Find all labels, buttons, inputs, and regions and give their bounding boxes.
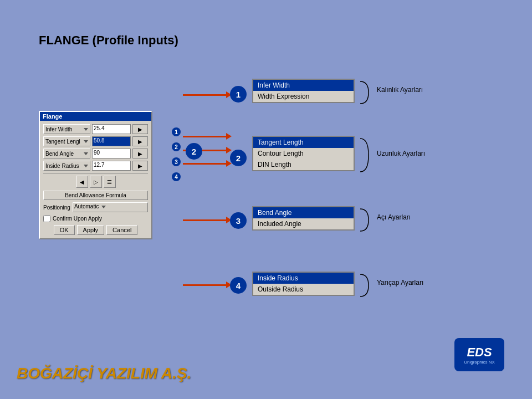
dialog-row-3: Bend Angle 90 ▶	[43, 149, 148, 158]
option-panel-4: Inside Radius Outside Radius	[252, 272, 355, 296]
dropdown-arrow-1	[84, 128, 88, 131]
page-title: FLANGE (Profile Inputs)	[39, 33, 178, 48]
circle-2: 2	[230, 150, 247, 166]
label-bend-angle[interactable]: Bend Angle	[43, 149, 90, 158]
input-bend-angle[interactable]: 90	[92, 149, 131, 158]
small-num-4: 4	[172, 172, 181, 181]
option-panel-2: Tangent Length Contour Length DIN Length	[252, 136, 355, 171]
confirm-row: Confirm Upon Apply	[43, 215, 148, 222]
yaricap-label: Yarıçap Ayarları	[377, 279, 423, 287]
bottom-text: BOĞAZİÇİ YAZILIM A.Ş.	[17, 365, 191, 382]
brace-1	[357, 79, 374, 106]
option-tangent[interactable]: Tangent Length	[253, 137, 354, 148]
arrow-3	[183, 219, 227, 221]
input-infer-width[interactable]: 25.4	[92, 124, 131, 134]
cancel-button[interactable]: Cancel	[106, 225, 137, 235]
dialog-titlebar: Flange	[40, 112, 151, 121]
flange-dialog: Flange Infer Width 25.4 ▶ Tangent Lengl …	[39, 111, 152, 239]
arrow-2-1	[183, 136, 227, 137]
kalınlık-label: Kalınlık Ayarları	[377, 86, 423, 94]
circle-1: 1	[230, 86, 247, 103]
dialog-row-2: Tangent Lengl 50.8 ▶	[43, 136, 148, 146]
option-contour[interactable]: Contour Length	[253, 148, 354, 159]
positioning-row: Positioning Automatic	[43, 202, 148, 212]
icon-btn-1[interactable]: ◀	[76, 176, 88, 188]
input-small-1: ▶	[132, 124, 148, 134]
input-small-3: ▶	[132, 149, 148, 158]
input-inside-radius[interactable]: 12.7	[92, 161, 131, 171]
option-panel-3: Bend Angle Included Angle	[252, 206, 355, 231]
option-width-expression[interactable]: Width Expression	[253, 91, 354, 102]
input-tangent[interactable]: 50.8	[92, 136, 131, 146]
dialog-row-4: Inside Radius 12.7 ▶	[43, 161, 148, 171]
option-outside-radius[interactable]: Outside Radius	[253, 284, 354, 295]
eds-logo-sub: Unigraphics NX	[464, 360, 495, 365]
brace-4	[357, 272, 374, 299]
icon-row: ◀ ▷ ☰	[43, 176, 148, 188]
apply-button[interactable]: Apply	[77, 225, 105, 235]
aci-label: Açı Ayarları	[377, 213, 411, 221]
positioning-select[interactable]: Automatic	[73, 202, 148, 212]
label-infer-width[interactable]: Infer Width	[43, 124, 90, 134]
dialog-buttons: OK Apply Cancel	[43, 225, 148, 235]
confirm-checkbox[interactable]	[43, 215, 50, 222]
option-bend-angle[interactable]: Bend Angle	[253, 207, 354, 218]
circle-3: 3	[230, 212, 247, 229]
option-panel-1: Infer Width Width Expression	[252, 79, 355, 103]
ok-button[interactable]: OK	[54, 225, 75, 235]
uzunluk-label: Uzunluk Ayarları	[377, 150, 425, 157]
icon-btn-2[interactable]: ▷	[90, 176, 102, 188]
dropdown-arrow-4	[84, 165, 88, 167]
positioning-arrow	[101, 206, 106, 208]
option-included-angle[interactable]: Included Angle	[253, 218, 354, 229]
input-small-4: ▶	[132, 161, 148, 171]
small-num-3: 3	[172, 157, 181, 166]
label-tangent[interactable]: Tangent Lengl	[43, 136, 90, 146]
dropdown-arrow-3	[84, 152, 88, 155]
label-inside-radius[interactable]: Inside Radius	[43, 161, 90, 171]
small-num-2: 2	[172, 142, 181, 151]
eds-logo: EDS Unigraphics NX	[454, 338, 504, 371]
option-din[interactable]: DIN Length	[253, 159, 354, 170]
brace-3	[357, 206, 374, 234]
dropdown-arrow-2	[84, 140, 88, 143]
formula-button[interactable]: Bend Allowance Formula	[43, 191, 148, 200]
icon-btn-3[interactable]: ☰	[104, 176, 116, 188]
arrow-2-3	[183, 163, 227, 165]
arrow-1	[183, 94, 227, 96]
option-inside-radius[interactable]: Inside Radius	[253, 273, 354, 284]
circle-2-outer: 2	[186, 143, 202, 160]
confirm-label: Confirm Upon Apply	[53, 216, 102, 222]
option-infer-width[interactable]: Infer Width	[253, 80, 354, 91]
eds-logo-text: EDS	[467, 345, 492, 360]
circle-4: 4	[230, 277, 247, 294]
small-num-1: 1	[172, 127, 181, 136]
positioning-label: Positioning	[43, 204, 70, 211]
small-numbers: 1 2 3 4	[172, 127, 181, 181]
arrow-4	[183, 284, 227, 286]
brace-2	[357, 136, 374, 175]
dialog-row-1: Infer Width 25.4 ▶	[43, 124, 148, 134]
input-small-2: ▶	[132, 136, 148, 146]
